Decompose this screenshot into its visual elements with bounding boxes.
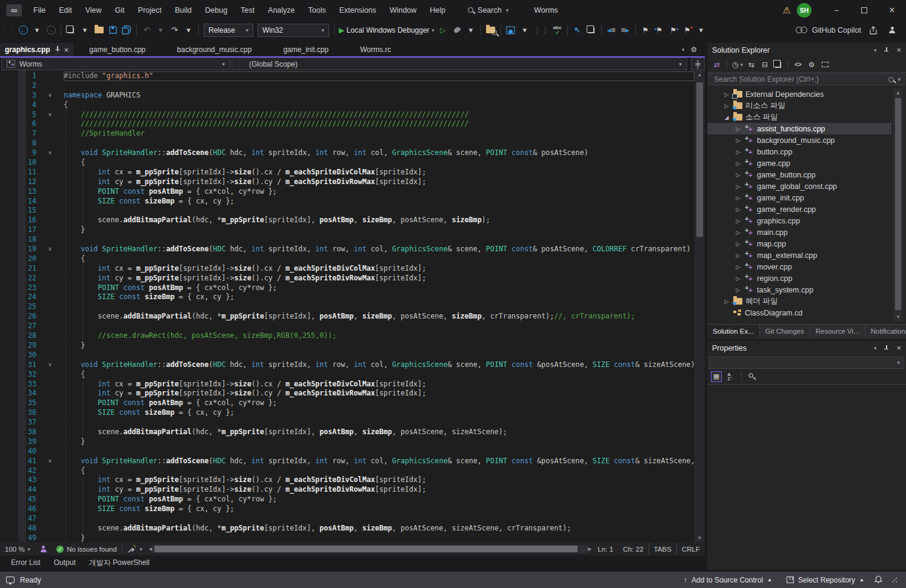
tab-game_init-cpp[interactable]: game_init.cpp — [267, 43, 344, 56]
menu-analyze[interactable]: Analyze — [261, 0, 301, 20]
scroll-down-arrow[interactable]: ▼ — [694, 533, 705, 543]
maximize-button[interactable] — [850, 0, 878, 20]
project-dropdown[interactable]: Worms ▾ — [1, 58, 230, 70]
decrease-indent-button[interactable]: ◂≡ — [605, 23, 618, 38]
solution-platform-select[interactable]: Win32▾ — [258, 24, 329, 37]
code-line[interactable]: 44 int cy = m_ppSprite[spriteIdx]->size(… — [0, 485, 694, 495]
code-line[interactable]: 5∨ /////////////////////////////////////… — [0, 110, 694, 120]
code-line[interactable]: 10 { — [0, 158, 694, 168]
tab-Worms-rc[interactable]: Worms.rc — [344, 43, 407, 56]
collapsed-arrow-icon[interactable]: ▷ — [723, 103, 730, 109]
start-without-debugging-button[interactable]: ▷ — [436, 23, 450, 38]
panel-tab-output[interactable]: Output — [48, 555, 82, 570]
tab-graphics-cpp[interactable]: graphics.cpp× — [0, 43, 73, 56]
code-editor[interactable]: 1#include "graphics.h"23∨namespace GRAPH… — [0, 70, 705, 543]
solution-explorer-search[interactable]: ▾ — [708, 73, 905, 85]
menu-project[interactable]: Project — [132, 0, 168, 20]
character-indicator[interactable]: Ch: 22 — [618, 543, 648, 555]
collapsed-arrow-icon[interactable]: ▷ — [723, 91, 730, 97]
collapsed-arrow-icon[interactable]: ▷ — [734, 160, 742, 167]
code-line[interactable]: 13 POINT const posAtBmp = { cx*col, cy*r… — [0, 187, 694, 197]
tree-item-game_global_const-cpp[interactable]: ▷game_global_const.cpp — [707, 180, 891, 192]
tree-item-assist_functions-cpp[interactable]: ▷assist_functions.cpp — [707, 123, 891, 134]
tree-item-game_button-cpp[interactable]: ▷game_button.cpp — [707, 169, 891, 180]
code-line[interactable]: 14 SIZE const sizeBmp = { cx, cy }; — [0, 197, 694, 206]
collapsed-arrow-icon[interactable]: ▷ — [734, 218, 742, 224]
window-position-dropdown[interactable]: ▾ — [874, 345, 877, 351]
code-line[interactable]: 9∨ void SpriteHandler::addToScene(HDC hd… — [0, 148, 694, 158]
tree-item-game_init-cpp[interactable]: ▷game_init.cpp — [707, 192, 891, 203]
solution-configuration-select[interactable]: Release▾ — [204, 24, 253, 37]
scroll-down-arrow[interactable]: ▼ — [893, 312, 903, 322]
account-avatar[interactable]: SH — [797, 3, 811, 18]
add-to-source-control-button[interactable]: ↑ Add to Source Control ▲ — [679, 572, 777, 588]
live-share-icon[interactable] — [35, 543, 52, 555]
code-line[interactable]: 4{ — [0, 101, 694, 110]
document-health-indicator[interactable]: ✓No issues found — [52, 543, 121, 555]
spell-checker-button[interactable]: abc✓ — [551, 23, 564, 38]
open-file-button[interactable] — [92, 23, 105, 38]
solution-window-button[interactable] — [504, 23, 518, 38]
new-project-dropdown[interactable]: ▾ — [78, 23, 92, 38]
menu-git[interactable]: Git — [108, 0, 132, 20]
resize-grip[interactable] — [891, 577, 898, 583]
fold-collapse-icon[interactable]: ∨ — [36, 110, 64, 120]
property-pages-button[interactable] — [747, 370, 759, 383]
collapsed-arrow-icon[interactable]: ▷ — [734, 276, 742, 282]
tab-settings-gear-icon[interactable]: ⚙ — [691, 45, 698, 54]
collapsed-arrow-icon[interactable]: ▷ — [723, 299, 730, 305]
panel-tab-error-list[interactable]: Error List — [5, 555, 47, 570]
collapsed-arrow-icon[interactable]: ▷ — [734, 230, 742, 236]
tree-item--[interactable]: ▷헤더 파일 — [707, 296, 891, 307]
code-line[interactable]: 19∨ void SpriteHandler::addToScene(HDC h… — [0, 245, 694, 254]
code-cleanup-button[interactable]: ▾ — [122, 543, 148, 555]
minimize-button[interactable]: − — [822, 0, 850, 20]
collapsed-arrow-icon[interactable]: ▷ — [734, 149, 742, 155]
navigate-forward-button[interactable]: → — [44, 23, 58, 38]
redo-dropdown[interactable]: ▾ — [182, 23, 195, 38]
code-line[interactable]: 11 int cx = m_ppSprite[spriteIdx]->size(… — [0, 168, 694, 177]
code-line[interactable]: 22 int cy = m_ppSprite[spriteIdx]->size(… — [0, 274, 694, 283]
navigate-backward-dropdown[interactable]: ▾ — [30, 23, 44, 38]
new-project-button[interactable] — [64, 23, 78, 38]
navigate-backward-button[interactable]: ← — [16, 23, 30, 38]
code-line[interactable]: 24 SIZE const sizeBmp = { cx, cy }; — [0, 292, 694, 302]
save-button[interactable] — [106, 23, 119, 38]
pin-icon[interactable] — [55, 45, 60, 54]
code-line[interactable]: 21 int cx = m_ppSprite[spriteIdx]->size(… — [0, 264, 694, 274]
code-line[interactable]: 38 scene.addBitmapPartial(hdc, *m_ppSpri… — [0, 428, 694, 437]
indentation-indicator[interactable]: TABS — [648, 543, 676, 555]
vertical-scrollbar[interactable]: ▲ ▼ — [694, 70, 705, 543]
horizontal-scrollbar-thumb[interactable] — [155, 546, 577, 552]
tree-item-ClassDiagram-cd[interactable]: ClassDiagram.cd — [707, 307, 891, 319]
save-all-button[interactable] — [120, 23, 133, 38]
pin-icon[interactable] — [884, 47, 889, 53]
redo-button[interactable]: ↷ — [168, 23, 181, 38]
code-line[interactable]: 47 — [0, 514, 694, 524]
code-line[interactable]: 28 //scene.drawRect(hdc, posAtScene, siz… — [0, 331, 694, 341]
notifications-bell-icon[interactable] — [874, 575, 883, 586]
code-line[interactable]: 43 int cx = m_ppSprite[spriteIdx]->size(… — [0, 475, 694, 485]
warning-icon[interactable]: ⚠ — [783, 5, 791, 16]
sidebar-tab-notifications[interactable]: Notifications — [865, 325, 906, 338]
code-line[interactable]: 33 int cx = m_ppSprite[spriteIdx]->size(… — [0, 380, 694, 389]
collapsed-arrow-icon[interactable]: ▷ — [734, 126, 742, 132]
tree-item-game-cpp[interactable]: ▷game.cpp — [707, 157, 891, 169]
collapsed-arrow-icon[interactable]: ▷ — [734, 137, 742, 144]
menu-help[interactable]: Help — [423, 0, 452, 20]
code-line[interactable]: 26 scene.addBitmapPartial(hdc, *m_ppSpri… — [0, 312, 694, 322]
code-line[interactable]: 36 SIZE const sizeBmp = { cx, cy }; — [0, 408, 694, 418]
previous-bookmark-button[interactable]: ⚑◂ — [653, 23, 666, 38]
tree-item-game_render-cpp[interactable]: ▷game_render.cpp — [707, 203, 891, 215]
properties-button[interactable]: ⚙ — [805, 58, 818, 71]
quick-search-button[interactable]: Search ▾ — [468, 6, 508, 15]
next-bookmark-button[interactable]: ⚑▸ — [667, 23, 680, 38]
github-copilot-icon[interactable] — [796, 27, 807, 33]
close-icon[interactable]: × — [64, 45, 69, 55]
tree-item-region-cpp[interactable]: ▷region.cpp — [707, 273, 891, 284]
split-editor-handle[interactable]: ╪ — [691, 58, 705, 70]
menu-debug[interactable]: Debug — [198, 0, 234, 20]
close-button[interactable]: × — [878, 0, 906, 20]
alphabetical-button[interactable]: AZ↓ — [724, 370, 736, 383]
collapsed-arrow-icon[interactable]: ▷ — [734, 264, 742, 270]
